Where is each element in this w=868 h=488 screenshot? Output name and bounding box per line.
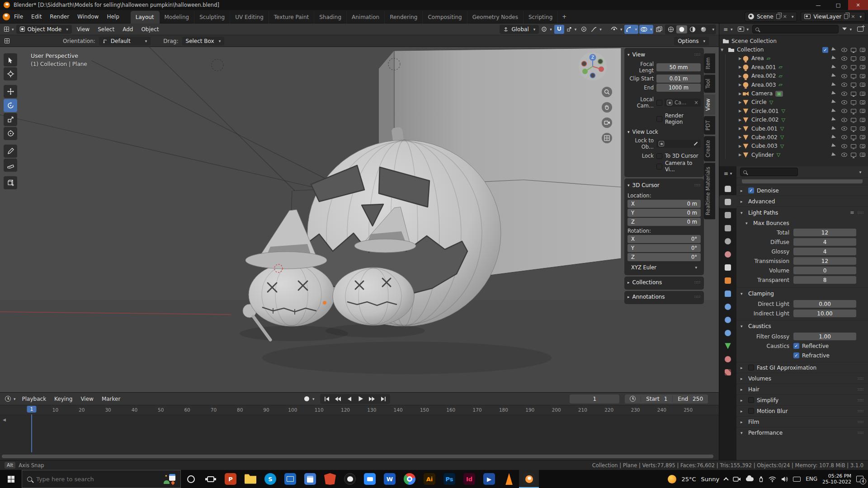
- field-value[interactable]: 1000 m: [656, 84, 701, 92]
- workspace-tab[interactable]: Animation: [347, 11, 385, 23]
- end-frame-field[interactable]: End250: [672, 396, 708, 402]
- touch-keyboard-icon[interactable]: [793, 477, 801, 482]
- location-axis-field[interactable]: X0 m: [627, 200, 701, 208]
- taskbar-app-button[interactable]: [201, 470, 221, 488]
- viewlayer-selector[interactable]: ViewLayer ×: [801, 12, 865, 22]
- timeline-tracks-area[interactable]: ◀: [0, 415, 719, 454]
- toggle-perspective-button[interactable]: [602, 133, 612, 143]
- bounce-value[interactable]: 0: [793, 267, 856, 274]
- outliner-filter-button[interactable]: [841, 25, 853, 34]
- usb-icon[interactable]: [759, 476, 764, 483]
- close-button[interactable]: ✕: [848, 0, 868, 10]
- render-disable-icon[interactable]: [860, 65, 865, 69]
- proportional-editing-button[interactable]: [579, 25, 589, 34]
- refractive-checkbox[interactable]: [793, 352, 799, 358]
- viewport-canvas[interactable]: User Perspective (1) Collection | Plane: [0, 47, 719, 392]
- outliner-object-row[interactable]: ▶ Cylinder: [719, 150, 868, 159]
- expand-arrow-icon[interactable]: ▶: [737, 135, 743, 139]
- viewport-disable-icon[interactable]: [851, 127, 856, 131]
- render-region-checkbox[interactable]: [656, 116, 662, 122]
- panel-checkbox[interactable]: [748, 397, 754, 403]
- timeline-menu-item[interactable]: Playback: [18, 394, 51, 404]
- hide-eye-icon[interactable]: [841, 153, 847, 157]
- viewport-disable-icon[interactable]: [851, 100, 856, 104]
- properties-tab[interactable]: [719, 313, 736, 326]
- timeline-menu-item[interactable]: Marker: [98, 394, 124, 404]
- outliner-object-row[interactable]: ▶ Cube.002: [719, 133, 868, 141]
- hide-eye-icon[interactable]: [841, 92, 847, 96]
- prev-frame-button[interactable]: [344, 395, 354, 403]
- outliner-object-row[interactable]: ▶ Area.003: [719, 80, 868, 89]
- panel-drag-handle[interactable]: ∷∷: [858, 387, 864, 392]
- scene-selector[interactable]: Scene ×: [745, 12, 797, 22]
- bounce-value[interactable]: 4: [793, 248, 856, 255]
- fast-gi-checkbox[interactable]: [748, 365, 754, 371]
- selectable-icon[interactable]: [831, 65, 838, 70]
- sidebar-tab[interactable]: Item: [704, 53, 715, 73]
- panel-drag-handle[interactable]: ∷∷: [695, 295, 701, 299]
- taskbar-app-button[interactable]: [320, 470, 340, 488]
- weather-condition[interactable]: Sunny: [701, 476, 720, 483]
- performance-panel-header[interactable]: ▾Performance ∷∷: [736, 427, 868, 438]
- workspace-tab[interactable]: Layout: [131, 11, 160, 23]
- editor-type-button[interactable]: [3, 25, 15, 34]
- max-bounces-subpanel-header[interactable]: ▾Max Bounces: [736, 218, 868, 228]
- fast-gi-panel-header[interactable]: ▸ Fast GI Approximation: [736, 362, 868, 373]
- menu-item[interactable]: Render: [46, 12, 73, 22]
- rotate-tool[interactable]: [4, 99, 17, 112]
- render-disable-icon[interactable]: [860, 83, 865, 87]
- lock-to-object-field[interactable]: [656, 140, 701, 148]
- selectable-icon[interactable]: [831, 135, 838, 140]
- viewport-disable-icon[interactable]: [851, 74, 856, 78]
- taskbar-app-button[interactable]: [280, 470, 300, 488]
- timeline-ruler[interactable]: 1102030405060708090100110120130140150160…: [0, 405, 719, 415]
- search-highlight-icon[interactable]: ✦: [164, 474, 175, 484]
- viewport-menu-item[interactable]: Object: [137, 24, 163, 34]
- workspace-tab[interactable]: Rendering: [385, 11, 423, 23]
- taskbar-app-button[interactable]: [300, 470, 320, 488]
- sidebar-tab[interactable]: View: [704, 94, 715, 115]
- render-disable-icon[interactable]: [860, 56, 865, 61]
- meet-now-icon[interactable]: [733, 476, 741, 482]
- sidebar-tab[interactable]: Tool: [704, 75, 715, 93]
- taskbar-app-button[interactable]: ▶: [479, 470, 499, 488]
- cursor-tool[interactable]: [4, 67, 17, 80]
- properties-tab[interactable]: [719, 274, 736, 287]
- hide-eye-icon[interactable]: [841, 74, 847, 78]
- selectable-icon[interactable]: [831, 56, 838, 61]
- sidebar-tab[interactable]: PDT: [704, 116, 715, 135]
- outliner-object-row[interactable]: ▶ Circle.002: [719, 116, 868, 124]
- selectable-icon[interactable]: [831, 73, 838, 79]
- transform-orientation-dropdown[interactable]: Global: [500, 25, 539, 34]
- render-disable-icon[interactable]: [860, 74, 865, 78]
- clamp-value[interactable]: 10.00: [793, 310, 856, 317]
- onedrive-icon[interactable]: [746, 477, 754, 481]
- selectable-icon[interactable]: [831, 100, 838, 105]
- denoise-panel-header[interactable]: ▸ Denoise: [736, 185, 868, 196]
- start-frame-field[interactable]: Start1: [641, 396, 672, 402]
- workspace-tab[interactable]: Shading: [314, 11, 347, 23]
- viewport-menu-item[interactable]: Add: [118, 24, 137, 34]
- workspace-tab[interactable]: Scripting: [524, 11, 558, 23]
- cursor-panel-header[interactable]: 3D Cursor∷∷: [627, 181, 701, 191]
- hide-eye-icon[interactable]: [841, 100, 847, 104]
- bounce-value[interactable]: 8: [793, 276, 856, 284]
- hide-eye-icon[interactable]: [841, 83, 847, 87]
- gizmos-button[interactable]: [624, 25, 638, 34]
- collapse-arrow-icon[interactable]: ▼: [719, 48, 725, 52]
- snap-toggle-button[interactable]: [554, 25, 564, 34]
- expand-arrow-icon[interactable]: ▶: [737, 109, 743, 113]
- taskbar-app-button[interactable]: [519, 470, 539, 488]
- select-box-tool[interactable]: [4, 53, 17, 66]
- viewport-menu-item[interactable]: Select: [94, 24, 118, 34]
- to-3d-cursor-checkbox[interactable]: [656, 153, 662, 159]
- workspace-tab[interactable]: UV Editing: [230, 11, 269, 23]
- collapsed-panel-header[interactable]: ▸ Film ∷∷: [736, 416, 868, 427]
- viewport-menu-item[interactable]: View: [73, 24, 94, 34]
- panel-drag-handle[interactable]: ∷∷: [858, 420, 864, 424]
- properties-tab[interactable]: [719, 287, 736, 300]
- render-disable-icon[interactable]: [860, 144, 865, 148]
- camera-to-view-checkbox[interactable]: [656, 164, 662, 169]
- render-disable-icon[interactable]: [860, 127, 865, 131]
- outliner-object-row[interactable]: ▶ Circle: [719, 98, 868, 107]
